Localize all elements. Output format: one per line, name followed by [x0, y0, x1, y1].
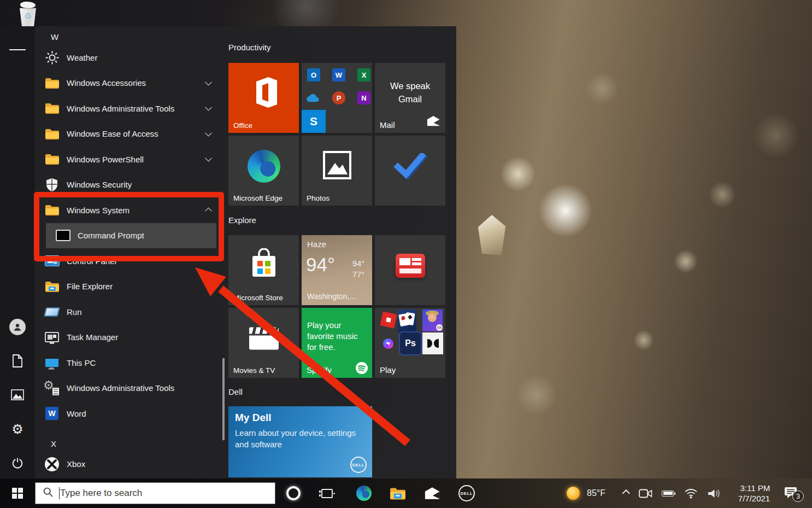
pictures-icon: [11, 389, 24, 400]
battery-icon: [662, 491, 674, 497]
tray-overflow-button[interactable]: [619, 478, 631, 508]
cortana-icon: [286, 486, 301, 500]
outlook-icon: O: [307, 68, 320, 81]
task-view-icon: [321, 489, 333, 498]
battery-tray-button[interactable]: [659, 478, 676, 508]
app-item-label: Windows Administrative Tools: [67, 383, 174, 393]
app-item-windows-accessories[interactable]: Windows Accessories: [35, 71, 224, 96]
office-logo-icon: [249, 75, 279, 112]
task-view-button[interactable]: [319, 478, 335, 508]
tile-play[interactable]: G5 Ps Play: [375, 308, 445, 378]
photoshop-express-icon: Ps: [399, 331, 422, 355]
power-button[interactable]: [9, 455, 26, 471]
app-item-label: Task Manager: [67, 332, 118, 342]
recycle-bin-icon[interactable]: ♲: [14, 1, 42, 28]
cortana-button[interactable]: [285, 478, 302, 508]
weather-tray-temp[interactable]: 85°F: [582, 478, 610, 508]
sun-icon: [44, 49, 60, 66]
tray-time: 3:11 PM: [738, 483, 770, 493]
my-dell-taskbar-button[interactable]: DELL: [458, 478, 475, 508]
app-item-windows-powershell[interactable]: Windows PowerShell: [35, 147, 224, 172]
my-dell-body: Learn about your device, settings and so…: [235, 427, 361, 450]
tile-microsoft-store[interactable]: Microsoft Store: [228, 235, 299, 305]
start-menu-rail: ⚙: [0, 26, 35, 478]
store-icon: [248, 248, 280, 283]
shield-icon: [44, 177, 60, 193]
weather-tray-button[interactable]: [566, 478, 580, 508]
tile-to-do[interactable]: [375, 136, 445, 206]
messenger-icon: [383, 338, 393, 349]
wifi-tray-button[interactable]: [682, 478, 699, 508]
tile-news[interactable]: [375, 235, 445, 305]
app-item-control-panel[interactable]: Control Panel: [35, 248, 224, 274]
app-item-windows-administrative-tools-app[interactable]: ⚙ Windows Administrative Tools: [35, 376, 224, 401]
weather-temp: 94°: [306, 254, 335, 276]
app-list-scrollbar[interactable]: [222, 358, 225, 440]
meet-now-button[interactable]: [637, 478, 654, 508]
app-item-this-pc[interactable]: This PC: [35, 350, 224, 376]
onenote-icon: N: [357, 91, 370, 104]
app-item-label: File Explorer: [67, 282, 113, 291]
tile-label: Play: [380, 365, 396, 375]
tile-label: Microsoft Edge: [233, 194, 283, 202]
chevron-down-icon: [205, 155, 212, 162]
app-item-weather[interactable]: Weather: [35, 45, 224, 71]
wifi-icon: [684, 488, 698, 499]
tile-movies-tv[interactable]: Movies & TV: [228, 308, 299, 378]
volume-tray-button[interactable]: [705, 478, 722, 508]
mail-taskbar-button[interactable]: [423, 478, 442, 508]
app-item-word[interactable]: W Word: [35, 401, 224, 427]
app-item-run[interactable]: Run: [35, 299, 224, 325]
action-center-button[interactable]: 3: [780, 478, 802, 508]
app-item-label: Windows Ease of Access: [67, 129, 158, 138]
mail-promo-line1: We speak: [375, 81, 445, 91]
settings-button[interactable]: ⚙: [9, 421, 26, 437]
app-item-file-explorer[interactable]: File Explorer: [35, 274, 224, 300]
pictures-button[interactable]: [9, 387, 26, 403]
weather-low: 77°: [352, 270, 364, 279]
tile-label: Photos: [307, 194, 329, 202]
start-button[interactable]: [0, 478, 35, 508]
edge-taskbar-button[interactable]: [355, 478, 373, 508]
app-item-command-prompt[interactable]: Command Prompt: [46, 223, 216, 249]
app-item-xbox[interactable]: Xbox: [35, 452, 224, 477]
text-cursor: [59, 487, 60, 499]
app-item-label: Word: [67, 409, 86, 418]
app-item-windows-system[interactable]: Windows System: [35, 197, 224, 223]
weather-condition: Haze: [307, 240, 326, 249]
documents-button[interactable]: [9, 353, 26, 369]
app-item-windows-security[interactable]: Windows Security: [35, 172, 224, 198]
app-item-label: Windows Administrative Tools: [67, 104, 174, 113]
notification-icon: 3: [783, 486, 799, 500]
tile-label: Office: [233, 121, 252, 130]
run-icon: [44, 303, 60, 320]
hamburger-menu-icon[interactable]: [9, 42, 26, 58]
todo-check-icon: [393, 153, 427, 183]
document-icon: [11, 354, 23, 367]
file-explorer-taskbar-button[interactable]: [389, 478, 407, 508]
file-explorer-icon: [390, 487, 406, 500]
clock-tray[interactable]: 3:11 PM 7/7/2021: [730, 478, 778, 508]
tile-my-dell[interactable]: My Dell Learn about your device, setting…: [228, 406, 372, 477]
taskbar: DELL 85°F 3:11 PM 7/7/2021 3: [0, 478, 812, 508]
app-item-windows-ease-of-access[interactable]: Windows Ease of Access: [35, 121, 224, 147]
taskbar-search[interactable]: [35, 482, 275, 504]
tile-microsoft-edge[interactable]: Microsoft Edge: [228, 136, 299, 206]
app-item-task-manager[interactable]: Task Manager: [35, 325, 224, 351]
tile-office[interactable]: Office: [228, 63, 299, 133]
solitaire-cards-icon: [398, 310, 416, 332]
tile-spotify[interactable]: Play your favorite music for free. Spoti…: [302, 308, 372, 378]
tile-mail[interactable]: We speak Gmail Mail: [375, 63, 445, 133]
tile-photos[interactable]: Photos: [302, 136, 372, 206]
gear-doc-icon: ⚙: [44, 380, 60, 396]
tile-office-suite[interactable]: O W X P N S: [302, 63, 372, 133]
speaker-icon: [707, 488, 721, 499]
dell-logo-icon: DELL: [350, 457, 367, 473]
folder-icon: [44, 151, 60, 167]
task-manager-icon: [44, 329, 60, 346]
tile-weather[interactable]: Haze 94° 94° 77° Washington,...: [302, 235, 372, 305]
app-item-windows-administrative-tools-folder[interactable]: Windows Administrative Tools: [35, 96, 224, 121]
account-button[interactable]: [9, 319, 26, 335]
app-item-label: Windows Accessories: [67, 78, 146, 87]
search-input[interactable]: [60, 488, 240, 499]
